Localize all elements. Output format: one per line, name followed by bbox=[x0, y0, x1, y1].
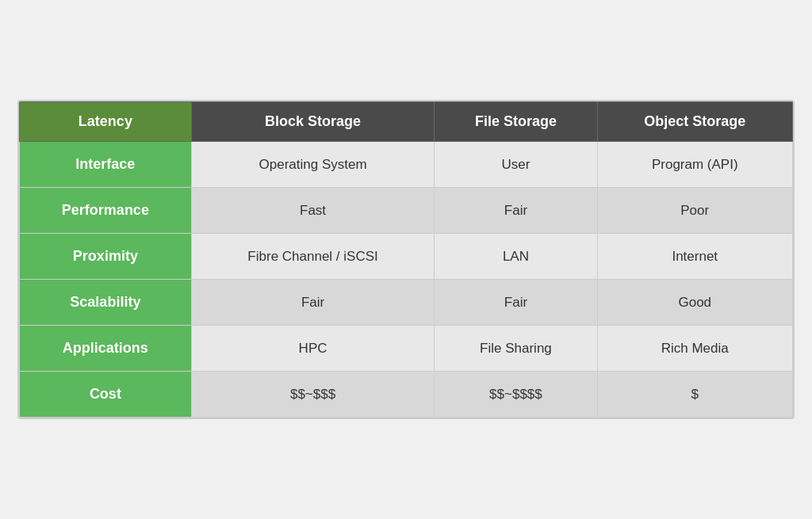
row-file-storage: File Sharing bbox=[435, 326, 597, 372]
row-file-storage: User bbox=[435, 142, 597, 188]
row-object-storage: Program (API) bbox=[597, 142, 793, 188]
row-block-storage: Fibre Channel / iSCSI bbox=[191, 234, 435, 280]
row-object-storage: Internet bbox=[597, 234, 793, 280]
row-block-storage: HPC bbox=[191, 326, 435, 372]
row-label: Performance bbox=[20, 188, 192, 234]
row-object-storage: $ bbox=[597, 372, 793, 418]
table-row: ScalabilityFairFairGood bbox=[20, 280, 793, 326]
header-file-storage: File Storage bbox=[435, 102, 597, 142]
row-label: Applications bbox=[20, 326, 192, 372]
row-file-storage: Fair bbox=[435, 280, 597, 326]
table-row: Cost$$~$$$$$~$$$$$ bbox=[20, 372, 793, 418]
table-row: InterfaceOperating SystemUserProgram (AP… bbox=[20, 142, 793, 188]
table-row: ApplicationsHPCFile SharingRich Media bbox=[20, 326, 793, 372]
row-block-storage: $$~$$$ bbox=[191, 372, 435, 418]
header-block-storage: Block Storage bbox=[191, 102, 435, 142]
table-row: ProximityFibre Channel / iSCSILANInterne… bbox=[20, 234, 793, 280]
row-label: Proximity bbox=[20, 234, 192, 280]
header-latency: Latency bbox=[20, 102, 192, 142]
row-block-storage: Operating System bbox=[191, 142, 435, 188]
header-object-storage: Object Storage bbox=[597, 102, 793, 142]
row-label: Interface bbox=[20, 142, 192, 188]
table-row: PerformanceFastFairPoor bbox=[20, 188, 793, 234]
row-block-storage: Fair bbox=[191, 280, 435, 326]
row-file-storage: Fair bbox=[435, 188, 597, 234]
row-object-storage: Rich Media bbox=[597, 326, 793, 372]
row-block-storage: Fast bbox=[191, 188, 435, 234]
row-object-storage: Poor bbox=[597, 188, 793, 234]
row-label: Scalability bbox=[20, 280, 192, 326]
table-header-row: Latency Block Storage File Storage Objec… bbox=[20, 102, 793, 142]
row-file-storage: $$~$$$$ bbox=[435, 372, 597, 418]
row-file-storage: LAN bbox=[435, 234, 597, 280]
comparison-table: Latency Block Storage File Storage Objec… bbox=[17, 100, 795, 419]
row-label: Cost bbox=[20, 372, 192, 418]
row-object-storage: Good bbox=[597, 280, 793, 326]
